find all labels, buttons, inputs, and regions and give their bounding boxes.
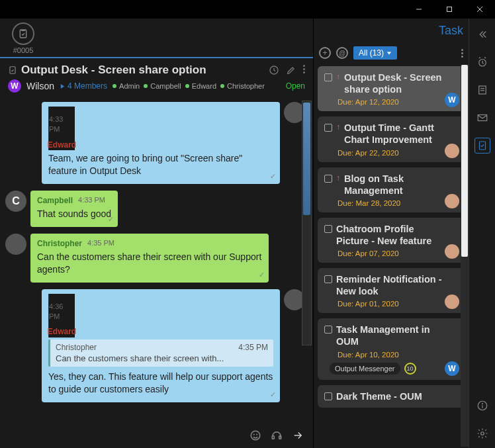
emoji-icon[interactable]	[249, 429, 261, 441]
avatar[interactable]: C	[5, 191, 26, 212]
avatar[interactable]	[5, 234, 26, 255]
notes-icon[interactable]	[474, 82, 490, 98]
message: CCampbell4:33 PMThat sounds good✓	[5, 191, 305, 227]
conversation-header: Output Desk - Screen share option W Wils…	[0, 58, 313, 97]
svg-rect-18	[478, 115, 487, 121]
task-card[interactable]: Task Management in OUMDue: Apr 10, 2020O…	[318, 318, 465, 379]
task-list: ↑Output Desk - Screen share optionDue: A…	[314, 66, 469, 448]
task-title: Reminder Notification - New look	[336, 273, 458, 297]
message-bubble: Campbell4:33 PMThat sounds good✓	[30, 191, 118, 227]
svg-rect-5	[10, 67, 15, 74]
message-list: 4:33 PMEdwardTeam, we are going to bring…	[0, 97, 313, 427]
message: 4:36 PMEdwardChristopher4:35 PMCan the c…	[5, 289, 305, 402]
svg-rect-11	[272, 436, 274, 439]
svg-point-9	[253, 434, 254, 435]
task-due: Due: Apr 12, 2020	[338, 98, 458, 106]
more-icon[interactable]	[303, 65, 305, 75]
collapse-icon[interactable]	[474, 26, 490, 42]
task-due: Due: Apr 01, 2020	[338, 300, 458, 308]
participant: Admin	[112, 82, 140, 90]
task-checkbox[interactable]	[324, 124, 332, 132]
close-button[interactable]	[465, 0, 495, 19]
composer-tools	[0, 427, 313, 448]
task-checkbox[interactable]	[324, 175, 332, 183]
task-title: Chatroom Profile Picture - New feature	[336, 223, 458, 247]
task-avatar[interactable]	[445, 244, 459, 259]
message: Christopher4:35 PMCan the customers shar…	[5, 234, 305, 283]
send-icon[interactable]	[292, 429, 304, 441]
task-avatar[interactable]: W	[445, 361, 459, 376]
minimize-button[interactable]	[404, 0, 434, 19]
task-checkbox[interactable]	[324, 392, 332, 400]
task-card[interactable]: Dark Theme - OUM	[318, 385, 465, 408]
history-icon[interactable]	[269, 65, 279, 75]
task-rail-icon[interactable]	[474, 138, 490, 154]
svg-marker-7	[61, 83, 64, 88]
message-bubble: Christopher4:35 PMCan the customers shar…	[30, 234, 269, 283]
svg-point-10	[257, 434, 257, 435]
participant: Campbell	[144, 82, 181, 90]
task-checkbox[interactable]	[324, 73, 332, 81]
task-title: Blog on Task Management	[344, 173, 458, 197]
task-title: Task Management in OUM	[336, 324, 458, 347]
panel-more-icon[interactable]	[461, 49, 463, 58]
alarm-icon[interactable]	[474, 54, 490, 70]
task-due: Due: Apr 07, 2020	[338, 249, 458, 257]
task-title: Output Time - Gantt Chart Improvement	[344, 122, 458, 146]
task-avatar[interactable]	[445, 144, 459, 158]
task-card[interactable]: ↑Output Time - Gantt Chart ImprovementDu…	[318, 116, 465, 161]
task-due: Due: Apr 10, 2020	[338, 351, 458, 359]
task-card[interactable]: Chatroom Profile Picture - New featureDu…	[318, 218, 465, 263]
tabstrip: #0005	[0, 19, 313, 58]
priority-icon: ↑	[336, 122, 340, 132]
message-bubble: 4:36 PMEdwardChristopher4:35 PMCan the c…	[42, 289, 280, 402]
members-link[interactable]: 4 Members	[60, 81, 107, 91]
tab-task-0005[interactable]: #0005	[7, 20, 40, 57]
add-task-button[interactable]: +	[319, 47, 331, 59]
task-checkbox[interactable]	[324, 275, 332, 283]
refresh-button[interactable]: @	[336, 47, 348, 59]
task-card[interactable]: Reminder Notification - New lookDue: Apr…	[318, 268, 465, 313]
message: 4:33 PMEdwardTeam, we are going to bring…	[5, 102, 305, 184]
svg-point-8	[251, 431, 260, 440]
task-checkbox[interactable]	[324, 225, 332, 233]
task-checkbox[interactable]	[324, 326, 332, 334]
participant-list: AdminCampbellEdwardChristopher	[112, 82, 265, 90]
participant: Christopher	[220, 82, 265, 90]
task-tag: Output Messenger	[330, 363, 400, 375]
window-titlebar	[0, 0, 495, 19]
task-progress: 10	[404, 363, 416, 375]
svg-rect-1	[447, 7, 452, 12]
edit-icon[interactable]	[286, 65, 296, 75]
task-title: Dark Theme - OUM	[336, 390, 437, 402]
chat-scrollbar[interactable]	[302, 101, 312, 345]
filter-dropdown[interactable]: All (13)	[353, 46, 397, 60]
priority-icon: ↑	[336, 72, 340, 81]
svg-point-23	[480, 432, 484, 435]
maximize-button[interactable]	[434, 0, 465, 19]
task-card[interactable]: ↑Output Desk - Screen share optionDue: A…	[318, 66, 465, 111]
clipboard-icon	[8, 66, 17, 75]
task-avatar[interactable]	[445, 194, 459, 208]
status-open: Open	[286, 81, 305, 91]
tab-id: #0005	[13, 46, 34, 54]
headset-icon[interactable]	[271, 429, 283, 441]
settings-icon[interactable]	[474, 426, 490, 441]
owner-avatar[interactable]: W	[8, 79, 21, 93]
priority-icon: ↑	[336, 173, 340, 183]
message-bubble: 4:33 PMEdwardTeam, we are going to bring…	[42, 102, 280, 184]
task-scrollbar[interactable]	[461, 65, 469, 447]
panel-title: Task	[439, 24, 463, 38]
task-due: Due: Mar 28, 2020	[338, 199, 458, 207]
mail-icon[interactable]	[474, 110, 490, 126]
task-title: Output Desk - Screen share option	[344, 71, 458, 95]
task-due: Due: Apr 22, 2020	[338, 149, 458, 157]
info-icon[interactable]	[474, 398, 490, 414]
svg-rect-15	[478, 86, 486, 94]
task-card[interactable]: ↑Blog on Task ManagementDue: Mar 28, 202…	[318, 167, 465, 212]
conversation-title: Output Desk - Screen share option	[21, 64, 206, 77]
svg-marker-13	[387, 52, 391, 54]
right-rail	[469, 19, 495, 448]
owner-name: Wilson	[26, 81, 54, 91]
participant: Edward	[185, 82, 216, 90]
